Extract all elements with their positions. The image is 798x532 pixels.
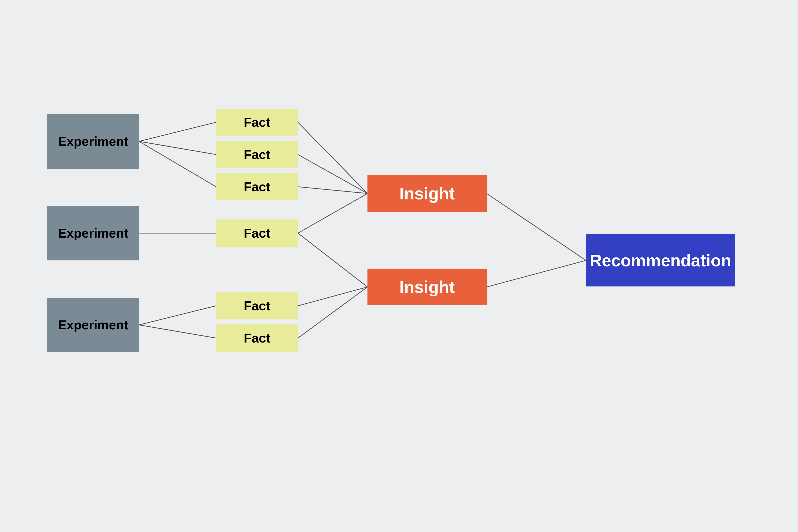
experiment-1: Experiment [47,114,139,169]
fact-3: Fact [216,173,298,201]
svg-line-13 [487,193,586,261]
svg-line-6 [298,122,367,193]
svg-line-7 [298,154,367,193]
svg-line-14 [487,261,586,287]
diagram-container: Experiment Experiment Experiment Fact Fa… [0,0,798,532]
svg-line-5 [139,325,216,338]
insight-1: Insight [367,175,487,212]
svg-line-1 [139,141,216,154]
svg-line-0 [139,122,216,141]
fact-6: Fact [216,324,298,352]
experiment-3: Experiment [47,298,139,352]
svg-line-9 [298,193,367,233]
svg-line-11 [298,287,367,306]
insight-2: Insight [367,269,487,305]
fact-4: Fact [216,220,298,247]
svg-line-10 [298,233,367,287]
svg-line-8 [298,187,367,193]
fact-1: Fact [216,109,298,136]
svg-line-12 [298,287,367,338]
recommendation: Recommendation [586,234,735,286]
experiment-2: Experiment [47,206,139,261]
svg-line-4 [139,306,216,325]
fact-2: Fact [216,141,298,168]
fact-5: Fact [216,292,298,320]
svg-line-2 [139,141,216,187]
